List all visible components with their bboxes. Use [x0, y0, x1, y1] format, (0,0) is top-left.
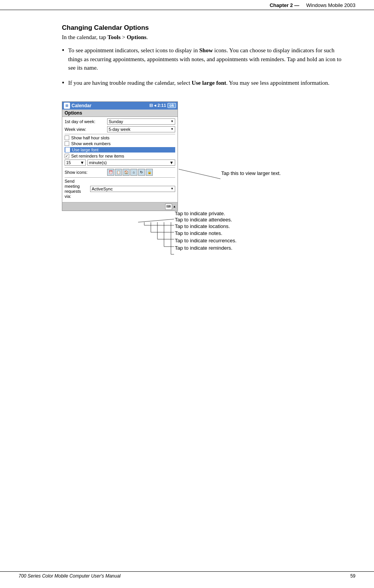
options-body: 1st day of week: Sunday ▼ Week view: 5-d…	[62, 117, 178, 202]
callout-notes: Tap to indicate notes.	[175, 230, 222, 236]
week-view-select[interactable]: 5-day week ▼	[107, 126, 175, 132]
show-icons-label: Show icons:	[65, 170, 107, 175]
status-icons: ⊟ ◂ 2:11	[149, 103, 166, 108]
title-bar-left: ⊞ Calendar	[64, 103, 91, 109]
checkbox-input[interactable]	[65, 154, 69, 158]
chapter-title: Windows Mobile 2003	[306, 2, 355, 8]
reminder-unit-select[interactable]: minute(s) ▼	[87, 159, 175, 166]
main-content: Changing Calendar Options In the calenda…	[0, 10, 374, 314]
first-day-row: 1st day of week: Sunday ▼	[65, 118, 175, 125]
page-header: Chapter 2 — Windows Mobile 2003	[0, 0, 374, 10]
title-bar-right: ⊟ ◂ 2:11 ok	[149, 103, 176, 108]
icon-boxes: ⏰ 📋 🏠 ⌂ ↻ 🔒	[107, 169, 153, 176]
reminder-value: 15	[66, 160, 71, 165]
private-icon-box[interactable]: 🔒	[146, 169, 153, 176]
dropdown-arrow-icon: ▼	[169, 160, 174, 165]
meeting-label: Send meeting requests via:	[65, 179, 88, 199]
reminder-unit: minute(s)	[89, 160, 107, 165]
reminder-value-select[interactable]: 15 ▼	[65, 159, 86, 166]
checkbox-input[interactable]	[65, 147, 70, 152]
ok-button[interactable]: ok	[167, 103, 176, 108]
footer-page: 59	[350, 573, 355, 579]
callout-larger-text: Tap this to view larger text.	[221, 170, 281, 176]
checkbox-label: Show week numbers	[71, 141, 111, 146]
callout-private: Tap to indicate private.	[175, 211, 225, 216]
first-day-select[interactable]: Sunday ▼	[107, 118, 175, 125]
meeting-row: Send meeting requests via: ActiveSync ▼	[65, 179, 175, 199]
footer-left: 700 Series Color Mobile Computer User's …	[19, 573, 121, 579]
app-name: Calendar	[72, 103, 91, 108]
divider	[65, 134, 175, 134]
home-icon-box[interactable]: ⌂	[130, 169, 137, 176]
location-icon-box[interactable]: 🏠	[123, 169, 130, 176]
list-item: • If you are having trouble reading the …	[62, 79, 343, 88]
keyboard-icon[interactable]: ⌨	[165, 204, 172, 210]
first-day-label: 1st day of week:	[65, 119, 107, 124]
svg-line-0	[179, 169, 220, 179]
options-header: Options	[62, 110, 178, 117]
divider	[65, 167, 175, 168]
dropdown-arrow-icon: ▼	[171, 120, 174, 123]
page-footer: 700 Series Color Mobile Computer User's …	[0, 571, 374, 580]
dropdown-arrow-icon: ▼	[171, 187, 174, 190]
show-icons-row: Show icons: ⏰ 📋 🏠 ⌂ ↻ 🔒	[65, 169, 175, 176]
callout-recurrences: Tap to indicate recurrences.	[175, 238, 237, 243]
checkbox-input[interactable]	[65, 135, 69, 140]
bullet-dot: •	[62, 45, 64, 56]
list-item: • To see appointment indicators, select …	[62, 46, 343, 72]
device-screen: ⊞ Calendar ⊟ ◂ 2:11 ok Options 1st day o…	[62, 101, 178, 211]
bullet-dot: •	[62, 78, 64, 88]
keyboard-bar: ⌨ ▲	[62, 202, 178, 211]
checkbox-large-font: Use large font	[65, 147, 175, 153]
bullet-text-1: To see appointment indicators, select ic…	[68, 46, 343, 72]
divider	[65, 177, 175, 178]
recurrence-icon-box[interactable]: ↻	[138, 169, 145, 176]
dropdown-arrow-icon: ▼	[171, 127, 174, 131]
chapter-label: Chapter 2 —	[270, 2, 299, 8]
week-view-label: Week view:	[65, 127, 107, 132]
meeting-select[interactable]: ActiveSync ▼	[90, 186, 175, 192]
first-day-value: Sunday	[109, 119, 123, 124]
note-icon-box[interactable]: 📋	[115, 169, 122, 176]
scroll-arrow-icon: ▲	[173, 205, 176, 208]
screenshot-container: ⊞ Calendar ⊟ ◂ 2:11 ok Options 1st day o…	[62, 98, 343, 291]
week-view-value: 5-day week	[109, 127, 130, 132]
week-view-row: Week view: 5-day week ▼	[65, 126, 175, 132]
checkbox-week-numbers: Show week numbers	[65, 141, 175, 146]
callout-reminders: Tap to indicate reminders.	[175, 245, 232, 251]
title-bar: ⊞ Calendar ⊟ ◂ 2:11 ok	[62, 102, 178, 110]
reminder-row: 15 ▼ minute(s) ▼	[65, 159, 175, 166]
checkbox-label: Show half hour slots	[71, 135, 109, 140]
header-text: Chapter 2 — Windows Mobile 2003	[270, 2, 355, 8]
svg-line-12	[138, 219, 174, 222]
checkbox-half-hour: Show half hour slots	[65, 135, 175, 140]
checkbox-label: Use large font	[72, 147, 98, 152]
checkbox-reminders: Set reminders for new items	[65, 154, 175, 158]
callout-locations: Tap to indicate locations.	[175, 223, 230, 229]
intro-text: In the calendar, tap Tools > Options.	[62, 34, 343, 41]
checkbox-label: Set reminders for new items	[71, 154, 124, 158]
bullet-text-2: If you are having trouble reading the ca…	[68, 79, 343, 87]
checkbox-input[interactable]	[65, 141, 69, 146]
dropdown-arrow-icon: ▼	[80, 160, 84, 165]
meeting-value: ActiveSync	[92, 187, 113, 191]
bullet-list: • To see appointment indicators, select …	[62, 46, 343, 88]
app-icon: ⊞	[64, 103, 70, 109]
callout-attendees: Tap to indicate attendees.	[175, 217, 232, 223]
alarm-icon-box[interactable]: ⏰	[107, 169, 114, 176]
section-title: Changing Calendar Options	[62, 24, 343, 32]
